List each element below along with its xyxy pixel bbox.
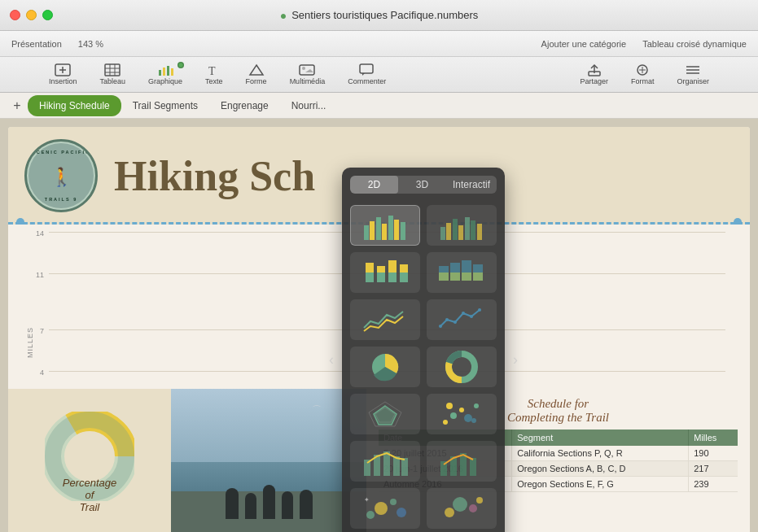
pie-section: Percentage of Trail xyxy=(8,389,171,532)
svg-rect-35 xyxy=(388,216,393,240)
chart-type-stacked-bar-2[interactable] xyxy=(427,252,497,293)
chart-type-bubble-2[interactable] xyxy=(427,488,497,529)
chart-type-bar-grouped-2[interactable] xyxy=(427,205,497,246)
photo-section: ⌒ xyxy=(171,389,366,532)
chart-type-bar-grouped[interactable] xyxy=(350,205,420,246)
svg-marker-73 xyxy=(374,406,397,425)
chart-type-pie[interactable] xyxy=(350,347,420,387)
svg-rect-37 xyxy=(401,222,405,240)
tab-trail-segments[interactable]: Trail Segments xyxy=(121,95,209,116)
svg-rect-48 xyxy=(377,273,385,282)
svg-rect-54 xyxy=(439,273,449,281)
svg-marker-14 xyxy=(250,65,263,75)
svg-rect-33 xyxy=(376,217,381,240)
svg-rect-60 xyxy=(473,273,483,281)
format-tool[interactable]: Format xyxy=(631,63,655,85)
svg-point-79 xyxy=(446,403,453,409)
chart-type-line[interactable] xyxy=(350,299,420,340)
chart-type-scatter[interactable] xyxy=(427,394,497,434)
svg-rect-40 xyxy=(453,219,458,240)
svg-rect-49 xyxy=(388,260,397,273)
chart-type-donut[interactable] xyxy=(427,347,497,387)
svg-point-95 xyxy=(445,508,454,517)
svg-point-62 xyxy=(445,318,449,321)
chart-type-popup: ‹ › 2D 3D Interactif xyxy=(342,168,505,532)
traffic-lights xyxy=(10,10,53,20)
minimize-button[interactable] xyxy=(26,10,37,20)
titlebar: ● Sentiers touristiques Pacifique.number… xyxy=(0,0,758,31)
tab-nourri[interactable]: Nourri... xyxy=(280,95,338,116)
svg-rect-32 xyxy=(370,221,375,240)
chart-type-bar-mixed[interactable] xyxy=(350,441,420,482)
logo-inner: SCENIC PACIFIC 🚶 TRAILS 9 xyxy=(28,143,94,208)
multimedia-tool[interactable]: Multimédia xyxy=(290,63,326,85)
pie-label: Percentage of Trail xyxy=(63,477,117,513)
tab-2d[interactable]: 2D xyxy=(350,176,398,194)
popup-nav-right[interactable]: › xyxy=(513,351,518,368)
svg-rect-18 xyxy=(360,64,373,73)
svg-rect-36 xyxy=(394,220,399,240)
chart-type-bar-mixed-2[interactable] xyxy=(427,441,497,482)
svg-rect-56 xyxy=(450,273,460,281)
svg-rect-8 xyxy=(159,70,161,76)
tab-3d[interactable]: 3D xyxy=(398,176,446,194)
window-title: ● Sentiers touristiques Pacifique.number… xyxy=(280,9,479,22)
chart-type-line-2[interactable] xyxy=(427,299,497,340)
commenter-tool[interactable]: Commenter xyxy=(348,63,386,85)
svg-point-64 xyxy=(462,312,465,315)
chart-type-radar[interactable] xyxy=(350,394,420,434)
tab-interactif[interactable]: Interactif xyxy=(446,176,497,194)
presentation-button[interactable]: Présentation xyxy=(7,37,67,50)
add-category-button[interactable]: Ajouter une catégorie xyxy=(537,37,632,50)
svg-rect-52 xyxy=(400,273,408,282)
chart-type-grid: ✦ xyxy=(350,202,497,532)
partager-tool[interactable]: Partager xyxy=(580,63,608,85)
svg-rect-57 xyxy=(462,260,471,273)
tab-engrenage[interactable]: Engrenage xyxy=(209,95,280,116)
svg-rect-10 xyxy=(167,66,169,76)
svg-rect-21 xyxy=(589,72,600,76)
graphique-tool[interactable]: Graphique xyxy=(148,63,182,85)
svg-point-93 xyxy=(397,508,406,517)
svg-point-74 xyxy=(443,420,448,425)
tableau-tool[interactable]: Tableau xyxy=(100,63,126,85)
tab-hiking-schedule[interactable]: Hiking Schedule xyxy=(28,95,121,116)
popup-nav-left[interactable]: ‹ xyxy=(329,351,334,368)
texte-tool[interactable]: T Texte xyxy=(205,63,223,85)
fullscreen-button[interactable] xyxy=(42,10,53,20)
svg-rect-50 xyxy=(388,273,397,282)
svg-rect-34 xyxy=(382,224,387,240)
svg-point-76 xyxy=(459,408,464,412)
zoom-button[interactable]: 143 % xyxy=(73,37,108,50)
svg-rect-45 xyxy=(366,263,374,273)
svg-rect-15 xyxy=(300,65,314,75)
svg-rect-41 xyxy=(458,225,463,240)
svg-point-65 xyxy=(470,315,473,318)
svg-rect-31 xyxy=(364,225,369,240)
insertion-tool[interactable]: Insertion xyxy=(49,63,77,85)
svg-rect-39 xyxy=(446,223,451,240)
popup-tabs: 2D 3D Interactif xyxy=(350,176,497,194)
col-segment: Segment xyxy=(512,430,689,446)
svg-point-16 xyxy=(302,67,305,70)
svg-rect-38 xyxy=(440,227,445,240)
close-button[interactable] xyxy=(10,10,20,20)
add-tab-button[interactable]: + xyxy=(7,95,28,116)
chart-type-stacked-bar[interactable] xyxy=(350,252,420,293)
svg-point-63 xyxy=(453,321,457,324)
svg-point-96 xyxy=(453,497,467,512)
svg-rect-44 xyxy=(477,224,482,240)
svg-text:T: T xyxy=(208,65,216,76)
svg-point-91 xyxy=(375,502,388,515)
pivot-button[interactable]: Tableau croisé dynamique xyxy=(638,37,751,50)
svg-rect-53 xyxy=(439,266,449,273)
svg-rect-89 xyxy=(470,458,476,476)
forme-tool[interactable]: Forme xyxy=(246,63,267,85)
people-silhouettes xyxy=(187,485,350,519)
organiser-tool[interactable]: Organiser xyxy=(677,63,709,85)
svg-rect-3 xyxy=(105,64,120,76)
chart-type-bubble[interactable]: ✦ xyxy=(350,488,420,529)
svg-rect-9 xyxy=(163,68,165,76)
svg-rect-55 xyxy=(450,263,460,273)
saved-indicator: ● xyxy=(280,9,287,22)
